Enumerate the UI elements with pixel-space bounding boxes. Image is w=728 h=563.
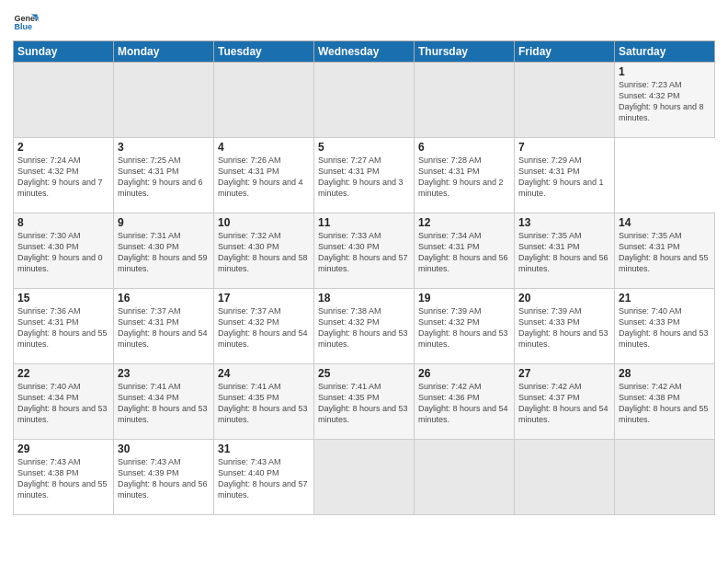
- calendar-week-row: 29 Sunrise: 7:43 AMSunset: 4:38 PMDaylig…: [14, 440, 715, 515]
- calendar-day-cell: 5 Sunrise: 7:27 AMSunset: 4:31 PMDayligh…: [314, 138, 415, 213]
- day-number: 12: [418, 216, 510, 229]
- day-info: Sunrise: 7:26 AMSunset: 4:31 PMDaylight:…: [218, 155, 303, 198]
- day-info: Sunrise: 7:31 AMSunset: 4:30 PMDaylight:…: [118, 231, 208, 273]
- calendar-day-cell: 23 Sunrise: 7:41 AMSunset: 4:34 PMDaylig…: [114, 364, 214, 440]
- calendar-day-cell: [615, 440, 715, 515]
- day-number: 23: [118, 367, 210, 380]
- day-number: 29: [17, 442, 109, 455]
- day-number: 31: [218, 442, 310, 455]
- day-info: Sunrise: 7:38 AMSunset: 4:32 PMDaylight:…: [318, 306, 408, 349]
- calendar-day-cell: 28 Sunrise: 7:42 AMSunset: 4:38 PMDaylig…: [615, 364, 715, 440]
- day-info: Sunrise: 7:24 AMSunset: 4:32 PMDaylight:…: [17, 155, 103, 198]
- day-number: 22: [17, 367, 109, 380]
- day-info: Sunrise: 7:39 AMSunset: 4:32 PMDaylight:…: [418, 306, 508, 349]
- calendar-header-cell: Saturday: [615, 41, 715, 63]
- day-info: Sunrise: 7:30 AMSunset: 4:30 PMDaylight:…: [17, 231, 103, 273]
- day-info: Sunrise: 7:37 AMSunset: 4:32 PMDaylight:…: [218, 306, 308, 349]
- calendar-day-cell: [14, 63, 114, 138]
- day-info: Sunrise: 7:34 AMSunset: 4:31 PMDaylight:…: [418, 231, 508, 273]
- day-info: Sunrise: 7:43 AMSunset: 4:39 PMDaylight:…: [118, 457, 208, 500]
- day-number: 26: [418, 367, 510, 380]
- calendar-day-cell: [415, 63, 515, 138]
- day-number: 24: [218, 367, 310, 380]
- day-number: 1: [619, 65, 711, 78]
- day-info: Sunrise: 7:32 AMSunset: 4:30 PMDaylight:…: [218, 231, 308, 273]
- day-info: Sunrise: 7:41 AMSunset: 4:34 PMDaylight:…: [118, 382, 208, 424]
- calendar-day-cell: 26 Sunrise: 7:42 AMSunset: 4:36 PMDaylig…: [415, 364, 515, 440]
- page: General Blue SundayMondayTuesdayWednesda…: [0, 0, 728, 563]
- day-info: Sunrise: 7:25 AMSunset: 4:31 PMDaylight:…: [118, 155, 203, 198]
- day-info: Sunrise: 7:43 AMSunset: 4:40 PMDaylight:…: [218, 457, 308, 500]
- calendar-day-cell: 25 Sunrise: 7:41 AMSunset: 4:35 PMDaylig…: [314, 364, 415, 440]
- day-number: 16: [118, 292, 210, 304]
- calendar-day-cell: [515, 440, 615, 515]
- logo: General Blue: [13, 9, 42, 35]
- day-info: Sunrise: 7:42 AMSunset: 4:38 PMDaylight:…: [619, 382, 709, 424]
- day-number: 20: [518, 292, 610, 304]
- header: General Blue: [13, 9, 715, 35]
- calendar-day-cell: 18 Sunrise: 7:38 AMSunset: 4:32 PMDaylig…: [314, 289, 415, 364]
- calendar-day-cell: 22 Sunrise: 7:40 AMSunset: 4:34 PMDaylig…: [14, 364, 114, 440]
- calendar-day-cell: 11 Sunrise: 7:33 AMSunset: 4:30 PMDaylig…: [314, 213, 415, 289]
- calendar-day-cell: 12 Sunrise: 7:34 AMSunset: 4:31 PMDaylig…: [415, 213, 515, 289]
- day-number: 8: [17, 216, 109, 229]
- day-info: Sunrise: 7:42 AMSunset: 4:36 PMDaylight:…: [418, 382, 508, 424]
- calendar-day-cell: 20 Sunrise: 7:39 AMSunset: 4:33 PMDaylig…: [515, 289, 615, 364]
- calendar-day-cell: 9 Sunrise: 7:31 AMSunset: 4:30 PMDayligh…: [114, 213, 214, 289]
- day-info: Sunrise: 7:41 AMSunset: 4:35 PMDaylight:…: [218, 382, 308, 424]
- calendar-day-cell: 4 Sunrise: 7:26 AMSunset: 4:31 PMDayligh…: [214, 138, 314, 213]
- day-number: 28: [619, 367, 711, 380]
- day-info: Sunrise: 7:35 AMSunset: 4:31 PMDaylight:…: [619, 231, 709, 273]
- calendar-day-cell: [214, 63, 314, 138]
- calendar-day-cell: 30 Sunrise: 7:43 AMSunset: 4:39 PMDaylig…: [114, 440, 214, 515]
- calendar-day-cell: 2 Sunrise: 7:24 AMSunset: 4:32 PMDayligh…: [14, 138, 114, 213]
- day-number: 4: [218, 141, 310, 154]
- calendar-header-cell: Friday: [515, 41, 615, 63]
- day-info: Sunrise: 7:29 AMSunset: 4:31 PMDaylight:…: [518, 155, 604, 198]
- day-number: 3: [118, 141, 210, 154]
- calendar-header-cell: Sunday: [14, 41, 114, 63]
- day-number: 13: [518, 216, 610, 229]
- calendar-day-cell: 31 Sunrise: 7:43 AMSunset: 4:40 PMDaylig…: [214, 440, 314, 515]
- day-number: 10: [218, 216, 310, 229]
- day-info: Sunrise: 7:39 AMSunset: 4:33 PMDaylight:…: [518, 306, 609, 349]
- calendar-header-cell: Thursday: [415, 41, 515, 63]
- day-number: 5: [318, 141, 410, 154]
- calendar-day-cell: 14 Sunrise: 7:35 AMSunset: 4:31 PMDaylig…: [615, 213, 715, 289]
- calendar-day-cell: 10 Sunrise: 7:32 AMSunset: 4:30 PMDaylig…: [214, 213, 314, 289]
- calendar-header-cell: Tuesday: [214, 41, 314, 63]
- calendar-day-cell: [114, 63, 214, 138]
- calendar-week-row: 2 Sunrise: 7:24 AMSunset: 4:32 PMDayligh…: [14, 138, 715, 213]
- calendar-day-cell: 8 Sunrise: 7:30 AMSunset: 4:30 PMDayligh…: [14, 213, 114, 289]
- day-number: 27: [518, 367, 610, 380]
- day-info: Sunrise: 7:41 AMSunset: 4:35 PMDaylight:…: [318, 382, 408, 424]
- calendar-day-cell: [314, 440, 415, 515]
- calendar-day-cell: 21 Sunrise: 7:40 AMSunset: 4:33 PMDaylig…: [615, 289, 715, 364]
- calendar-body: 1 Sunrise: 7:23 AMSunset: 4:32 PMDayligh…: [14, 63, 715, 515]
- day-info: Sunrise: 7:27 AMSunset: 4:31 PMDaylight:…: [318, 155, 404, 198]
- day-info: Sunrise: 7:37 AMSunset: 4:31 PMDaylight:…: [118, 306, 208, 349]
- day-number: 15: [17, 292, 109, 304]
- day-number: 18: [318, 292, 410, 304]
- calendar-week-row: 15 Sunrise: 7:36 AMSunset: 4:31 PMDaylig…: [14, 289, 715, 364]
- calendar-week-row: 1 Sunrise: 7:23 AMSunset: 4:32 PMDayligh…: [14, 63, 715, 138]
- day-info: Sunrise: 7:28 AMSunset: 4:31 PMDaylight:…: [418, 155, 504, 198]
- day-info: Sunrise: 7:40 AMSunset: 4:33 PMDaylight:…: [619, 306, 709, 349]
- calendar-day-cell: 1 Sunrise: 7:23 AMSunset: 4:32 PMDayligh…: [615, 63, 715, 138]
- calendar-day-cell: [415, 440, 515, 515]
- calendar-day-cell: 16 Sunrise: 7:37 AMSunset: 4:31 PMDaylig…: [114, 289, 214, 364]
- logo-icon: General Blue: [13, 9, 39, 35]
- day-number: 2: [17, 141, 109, 154]
- calendar-header-row: SundayMondayTuesdayWednesdayThursdayFrid…: [14, 41, 715, 63]
- day-number: 7: [518, 141, 610, 154]
- calendar-week-row: 22 Sunrise: 7:40 AMSunset: 4:34 PMDaylig…: [14, 364, 715, 440]
- day-number: 19: [418, 292, 510, 304]
- day-info: Sunrise: 7:33 AMSunset: 4:30 PMDaylight:…: [318, 231, 408, 273]
- calendar-table: SundayMondayTuesdayWednesdayThursdayFrid…: [13, 40, 715, 515]
- day-number: 9: [118, 216, 210, 229]
- calendar-header-cell: Monday: [114, 41, 214, 63]
- calendar-day-cell: 27 Sunrise: 7:42 AMSunset: 4:37 PMDaylig…: [515, 364, 615, 440]
- calendar-header-cell: Wednesday: [314, 41, 415, 63]
- calendar-day-cell: 19 Sunrise: 7:39 AMSunset: 4:32 PMDaylig…: [415, 289, 515, 364]
- calendar-day-cell: 15 Sunrise: 7:36 AMSunset: 4:31 PMDaylig…: [14, 289, 114, 364]
